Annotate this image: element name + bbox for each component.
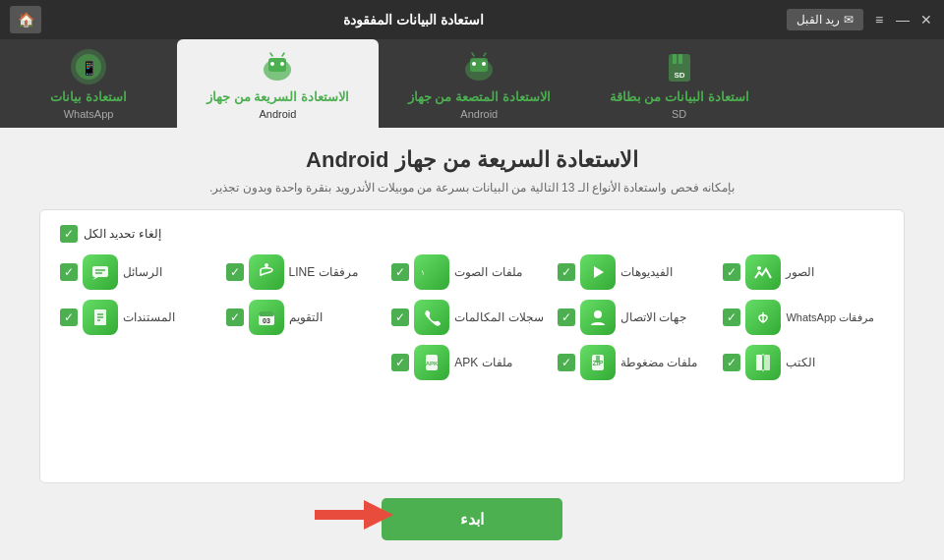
svg-point-6 <box>280 62 284 66</box>
close-button[interactable]: ✕ <box>918 12 934 28</box>
svg-point-19 <box>757 266 761 270</box>
videos-icon <box>580 254 616 290</box>
item-photos: الصور ✓ <box>723 254 884 290</box>
item-line: مرفقات LINE ✓ <box>226 254 387 290</box>
whatsapp-attach-icon <box>745 300 781 335</box>
photos-icon <box>745 254 781 290</box>
minimize-button[interactable]: — <box>895 12 911 28</box>
titlebar-right: 🏠 <box>10 6 41 33</box>
messages-icon <box>83 254 118 290</box>
tab-whatsapp-icon: 📱 <box>69 48 108 85</box>
documents-checkbox[interactable]: ✓ <box>60 308 78 326</box>
zip-checkbox[interactable]: ✓ <box>558 354 575 371</box>
start-button[interactable]: ابدء <box>382 498 562 540</box>
svg-point-5 <box>270 62 274 66</box>
audio-checkbox[interactable]: ✓ <box>391 263 409 281</box>
messages-checkbox[interactable]: ✓ <box>60 263 78 281</box>
line-icon <box>249 254 284 290</box>
svg-text:♪: ♪ <box>422 264 425 280</box>
svg-rect-23 <box>92 266 108 277</box>
line-checkbox[interactable]: ✓ <box>226 263 244 281</box>
page-description: بإمكانه فحص واستعادة الأنواع الـ 13 التا… <box>39 181 905 195</box>
titlebar-controls: ✕ — ≡ ✉ ريد القبل <box>787 9 934 30</box>
main-content: الاستعادة السريعة من جهاز Android بإمكان… <box>0 128 944 560</box>
tab-android-advanced-title: الاستعادة المتصعة من جهاز <box>408 89 551 104</box>
start-area: ابدء <box>39 498 905 540</box>
menu-button[interactable]: ≡ <box>871 12 887 28</box>
calls-icon <box>414 300 449 335</box>
tab-android-advanced-label: Android <box>460 108 498 120</box>
items-grid: الصور ✓ الفيديوهات ✓ <box>60 254 884 380</box>
tab-sd[interactable]: SD استعادة البيانات من بطاقة SD <box>580 39 779 128</box>
item-audio: ملفات الصوت ♪ ✓ <box>391 254 553 290</box>
tab-android-advanced[interactable]: الاستعادة المتصعة من جهاز Android <box>379 39 580 128</box>
tab-android-advanced-icon <box>459 48 499 85</box>
tab-android-quick-icon <box>258 48 297 85</box>
svg-text:03: 03 <box>263 317 270 324</box>
calendar-checkbox[interactable]: ✓ <box>226 308 244 326</box>
svg-line-8 <box>282 53 284 56</box>
arrow-indicator <box>315 495 393 543</box>
select-all-row: إلغاء تحديد الكل ✓ <box>60 225 884 243</box>
tab-whatsapp-label: WhatsApp <box>64 108 114 120</box>
item-contacts: جهات الاتصال ✓ <box>558 300 719 335</box>
svg-text:📱: 📱 <box>81 60 98 77</box>
books-icon <box>745 345 781 380</box>
svg-text:SD: SD <box>674 71 684 80</box>
item-calls: سجلات المكالمات ✓ <box>391 300 553 335</box>
tab-sd-label: SD <box>672 108 686 120</box>
inbox-button[interactable]: ✉ ريد القبل <box>787 9 863 30</box>
svg-rect-36 <box>756 355 762 370</box>
svg-point-11 <box>472 62 476 66</box>
page-title: الاستعادة السريعة من جهاز Android <box>39 147 905 173</box>
svg-point-12 <box>482 62 486 66</box>
documents-icon <box>83 300 118 335</box>
svg-marker-20 <box>594 266 604 278</box>
svg-rect-17 <box>678 54 682 64</box>
svg-rect-30 <box>259 311 274 316</box>
home-button[interactable]: 🏠 <box>10 6 41 33</box>
books-checkbox[interactable]: ✓ <box>723 354 740 371</box>
inbox-label: ريد القبل <box>796 13 840 27</box>
item-zip: ملفات مضغوطة ZIP ✓ <box>558 345 719 380</box>
photos-checkbox[interactable]: ✓ <box>723 263 740 281</box>
apk-checkbox[interactable]: ✓ <box>391 354 409 371</box>
select-all-label: إلغاء تحديد الكل <box>84 227 161 241</box>
contacts-icon <box>580 300 616 335</box>
svg-point-22 <box>265 263 268 267</box>
svg-line-7 <box>270 53 272 56</box>
nav-tabs: 📱 استعادة بيانات WhatsApp الاستعادة السر… <box>0 39 944 128</box>
svg-line-13 <box>472 53 474 56</box>
inbox-icon: ✉ <box>844 13 854 27</box>
svg-marker-46 <box>315 500 393 530</box>
item-books: الكتب ✓ <box>723 345 884 380</box>
tab-sd-icon: SD <box>660 48 699 85</box>
tab-android-quick[interactable]: الاستعادة السريعة من جهاز Android <box>177 39 379 128</box>
whatsapp-attach-checkbox[interactable]: ✓ <box>723 308 740 326</box>
tab-whatsapp[interactable]: 📱 استعادة بيانات WhatsApp <box>0 39 177 128</box>
recovery-box: إلغاء تحديد الكل ✓ الصور ✓ الفيديوهات <box>39 209 905 483</box>
contacts-checkbox[interactable]: ✓ <box>558 308 575 326</box>
calendar-icon: 03 <box>249 300 284 335</box>
item-calendar: التقويم 03 ✓ <box>226 300 387 335</box>
tab-android-quick-title: الاستعادة السريعة من جهاز <box>206 89 349 104</box>
svg-text:ZIP: ZIP <box>592 360 603 366</box>
tab-sd-title: استعادة البيانات من بطاقة <box>610 89 749 104</box>
tab-whatsapp-title: استعادة بيانات <box>50 89 127 104</box>
zip-icon: ZIP <box>580 345 616 380</box>
item-messages: الرسائل ✓ <box>60 254 221 290</box>
calls-checkbox[interactable]: ✓ <box>391 308 409 326</box>
select-all-checkbox[interactable]: ✓ <box>60 225 78 243</box>
app-title: استعادة البيانات المفقودة <box>41 12 787 28</box>
svg-rect-16 <box>673 54 677 64</box>
tab-android-quick-label: Android <box>259 108 296 120</box>
videos-checkbox[interactable]: ✓ <box>558 263 575 281</box>
item-videos: الفيديوهات ✓ <box>558 254 719 290</box>
apk-icon: APK <box>414 345 449 380</box>
svg-text:APK: APK <box>426 361 439 366</box>
item-whatsapp-attach: مرفقات WhatsApp ✓ <box>723 300 884 335</box>
item-apk: ملفات APK APK ✓ <box>391 345 553 380</box>
audio-icon: ♪ <box>414 254 449 290</box>
svg-rect-37 <box>764 355 770 370</box>
svg-line-14 <box>484 53 486 56</box>
